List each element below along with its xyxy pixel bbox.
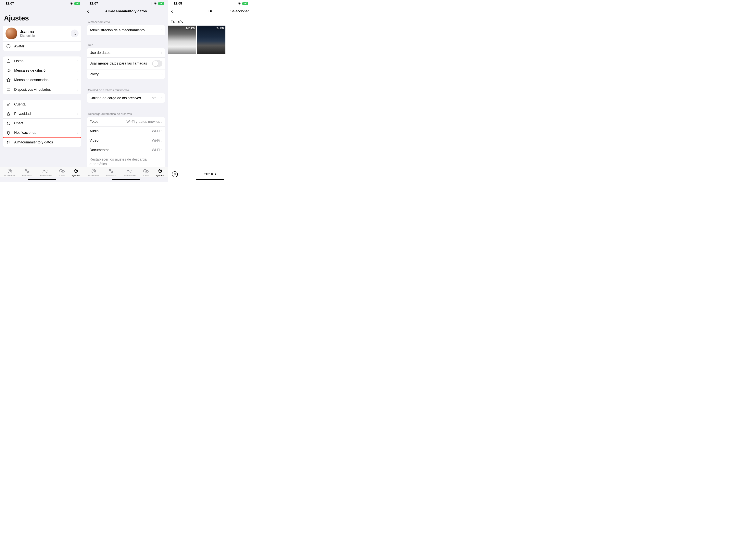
chevron-right-icon: › — [161, 120, 162, 124]
home-indicator[interactable] — [196, 179, 224, 180]
chats-icon — [59, 169, 65, 174]
less-data-calls-row[interactable]: Usar menos datos para las llamadas — [87, 58, 165, 69]
video-row[interactable]: Video Wi-Fi › — [87, 136, 165, 145]
svg-rect-16 — [7, 88, 10, 90]
signal-icon — [233, 2, 236, 5]
select-button[interactable]: Seleccionar — [230, 9, 249, 13]
status-bar: 12:08 100 — [168, 0, 252, 6]
less-data-calls-label: Usar menos datos para las llamadas — [90, 61, 152, 66]
tab-chats[interactable]: Chats — [59, 169, 65, 177]
svg-rect-10 — [76, 35, 76, 35]
chevron-right-icon: › — [77, 88, 79, 92]
linked-devices-row[interactable]: Dispositivos vinculados › — [3, 85, 81, 94]
back-button[interactable]: ‹ — [87, 8, 89, 14]
chevron-right-icon: › — [77, 44, 79, 48]
broadcast-label: Mensajes de difusión — [14, 69, 77, 73]
broadcast-row[interactable]: Mensajes de difusión › — [3, 66, 81, 75]
chevron-right-icon: › — [77, 102, 79, 107]
svg-rect-6 — [73, 34, 74, 35]
chats-row[interactable]: Chats › — [3, 119, 81, 128]
svg-rect-28 — [149, 4, 149, 5]
qr-button[interactable] — [71, 30, 79, 37]
upload-quality-label: Calidad de carga de los archivos — [90, 96, 150, 100]
svg-rect-29 — [150, 3, 150, 5]
data-usage-row[interactable]: Uso de datos › — [87, 48, 165, 58]
chevron-right-icon: › — [77, 69, 79, 73]
svg-rect-9 — [75, 35, 75, 35]
sort-button[interactable]: Tamaño — [168, 16, 252, 26]
tab-settings[interactable]: Ajustes — [156, 169, 164, 177]
home-indicator[interactable] — [28, 179, 56, 180]
svg-rect-14 — [7, 60, 10, 63]
notifications-row[interactable]: Notificaciones › — [3, 128, 81, 138]
tab-settings-label: Ajustes — [72, 174, 80, 177]
photos-row[interactable]: Fotos Wi-Fi y datos móviles › — [87, 117, 165, 127]
svg-rect-31 — [152, 2, 152, 5]
svg-point-21 — [8, 169, 12, 173]
battery-badge: 100 — [242, 2, 248, 5]
proxy-label: Proxy — [90, 72, 161, 76]
star-icon — [6, 78, 11, 82]
svg-rect-3 — [68, 2, 68, 5]
lists-row[interactable]: Listas › — [3, 57, 81, 66]
tab-calls[interactable]: Llamadas — [22, 169, 32, 177]
starred-row[interactable]: Mensajes destacados › — [3, 75, 81, 85]
svg-rect-41 — [235, 3, 235, 5]
tab-calls-label: Llamadas — [22, 174, 32, 177]
tab-settings[interactable]: Ajustes — [72, 169, 80, 177]
section-media-quality: Calidad de archivos multimedia — [84, 84, 168, 93]
communities-icon — [126, 169, 132, 174]
upload-quality-row[interactable]: Calidad de carga de los archivos Está… › — [87, 93, 165, 103]
profile-text: Juanma Disponible — [20, 30, 71, 38]
svg-rect-40 — [234, 3, 234, 5]
tab-updates[interactable]: Novedades — [4, 169, 15, 177]
chevron-right-icon: › — [161, 148, 162, 152]
avatar-icon — [6, 44, 11, 48]
chat-icon — [6, 121, 11, 126]
media-size-1: 54 KB — [216, 27, 224, 30]
status-indicators: 100 — [149, 2, 164, 5]
tab-updates[interactable]: Novedades — [88, 169, 99, 177]
tab-communities[interactable]: Comunidades — [123, 169, 136, 177]
profile-row[interactable]: Juanma Disponible — [3, 26, 81, 42]
svg-point-11 — [7, 44, 10, 48]
less-data-toggle[interactable] — [152, 60, 162, 67]
svg-rect-42 — [236, 2, 236, 5]
status-time: 12:07 — [90, 2, 98, 6]
media-item-0[interactable]: 148 KB — [168, 26, 196, 54]
media-item-1[interactable]: 54 KB — [197, 26, 225, 54]
sort-toggle-button[interactable] — [172, 171, 178, 177]
chevron-right-icon: › — [161, 129, 162, 133]
svg-rect-2 — [67, 3, 67, 5]
manage-storage-label: Administración de almacenamiento — [90, 28, 161, 32]
avatar-row[interactable]: Avatar › — [3, 42, 81, 51]
svg-point-15 — [8, 59, 9, 60]
back-button[interactable]: ‹ — [171, 8, 173, 14]
gear-icon — [157, 169, 162, 174]
home-indicator[interactable] — [112, 179, 140, 180]
svg-rect-4 — [73, 32, 74, 33]
audio-row[interactable]: Audio Wi-Fi › — [87, 127, 165, 136]
svg-point-12 — [8, 46, 8, 46]
manage-storage-row[interactable]: Administración de almacenamiento › — [87, 25, 165, 35]
arrows-up-down-icon — [6, 140, 11, 145]
total-size: 202 KB — [204, 172, 216, 176]
photos-value: Wi-Fi y datos móviles — [126, 120, 160, 124]
proxy-row[interactable]: Proxy › — [87, 69, 165, 79]
data-usage-label: Uso de datos — [90, 51, 161, 55]
tab-settings-label: Ajustes — [156, 174, 164, 177]
footer-bar: 202 KB — [168, 169, 252, 177]
account-row[interactable]: Cuenta › — [3, 100, 81, 109]
privacy-row[interactable]: Privacidad › — [3, 109, 81, 119]
storage-data-row[interactable]: Almacenamiento y datos › — [3, 138, 81, 147]
gear-icon — [73, 169, 78, 174]
tab-chats[interactable]: Chats — [143, 169, 149, 177]
svg-point-32 — [92, 169, 96, 173]
reset-autodownload-row[interactable]: Restablecer los ajustes de descarga auto… — [87, 155, 165, 167]
tab-communities[interactable]: Comunidades — [39, 169, 52, 177]
chevron-right-icon: › — [161, 51, 162, 55]
tab-calls[interactable]: Llamadas — [106, 169, 116, 177]
bell-icon — [6, 131, 11, 135]
communities-icon — [42, 169, 48, 174]
documents-row[interactable]: Documentos Wi-Fi › — [87, 145, 165, 155]
